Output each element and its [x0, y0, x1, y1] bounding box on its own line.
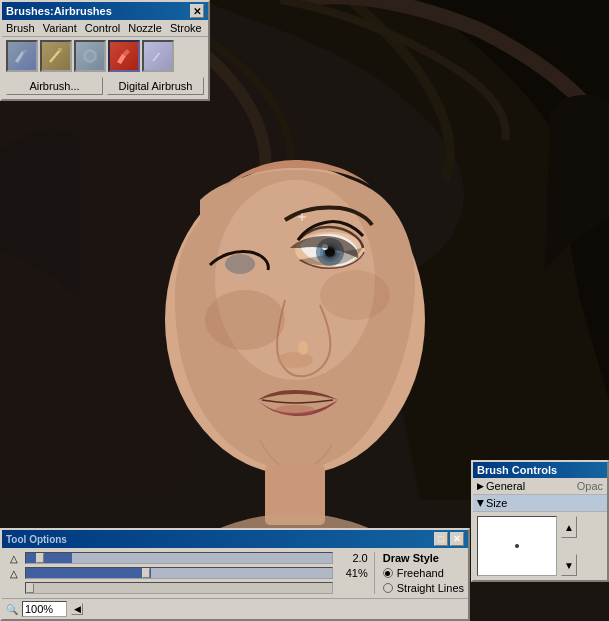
brush-panel-close[interactable]: ✕	[190, 4, 204, 18]
brush-panel-title: Brushes:Airbrushes	[6, 5, 112, 17]
opacity-value: 41%	[336, 567, 368, 579]
general-arrow: ▶	[477, 481, 484, 491]
brush-icon-4[interactable]	[108, 40, 140, 72]
svg-point-21	[86, 52, 94, 60]
general-right: Opac	[577, 480, 603, 492]
brush-icons-row	[2, 37, 208, 75]
brush-labels-row: Airbrush... Digital Airbrush	[2, 75, 208, 99]
zoom-scroll-button[interactable]: ◀	[71, 603, 83, 615]
sliders-section: △ 2.0 △ 41% △	[6, 552, 368, 594]
size-label: Size	[486, 497, 601, 509]
draw-style-section: Draw Style Freehand Straight Lines	[374, 552, 464, 594]
svg-line-18	[50, 50, 60, 62]
svg-point-23	[158, 49, 164, 53]
size-increase-btn[interactable]: ▲	[561, 516, 577, 538]
size-preview: ▲ ▼	[473, 512, 607, 580]
size-icon: △	[6, 553, 22, 564]
svg-rect-19	[58, 48, 62, 51]
opacity-slider-row: △ 41%	[6, 567, 368, 579]
brush-panel: Brushes:Airbrushes ✕ Brush Variant Contr…	[0, 0, 210, 101]
menu-nozzle[interactable]: Nozzle	[128, 22, 162, 34]
freehand-radio[interactable]	[383, 568, 393, 578]
opacity-icon: △	[6, 568, 22, 579]
brush-panel-titlebar[interactable]: Brushes:Airbrushes ✕	[2, 2, 208, 20]
tool-options-titlebar[interactable]: Tool Options □ ✕	[2, 530, 468, 548]
size-dot	[515, 544, 519, 548]
brush-controls-title: Brush Controls	[477, 464, 557, 476]
zoom-display[interactable]: 100%	[22, 601, 67, 617]
size-canvas	[477, 516, 557, 576]
tool-options-panel: Tool Options □ ✕ △ 2.0 △ 41%	[0, 528, 470, 621]
extra-slider-row: △	[6, 582, 368, 594]
svg-point-9	[225, 254, 255, 274]
straight-lines-radio[interactable]	[383, 583, 393, 593]
svg-point-17	[320, 270, 390, 320]
brush-controls-titlebar[interactable]: Brush Controls	[473, 462, 607, 478]
size-arrows: ▲ ▼	[561, 516, 577, 576]
menu-stroke[interactable]: Stroke	[170, 22, 202, 34]
svg-point-10	[277, 352, 313, 368]
brush-controls-panel: Brush Controls ▶ General Opac ▶ Size ▲ ▼	[471, 460, 609, 582]
tool-bottom-bar: 🔍 100% ◀	[2, 598, 468, 619]
brush-icon-2[interactable]	[40, 40, 72, 72]
extra-slider[interactable]	[25, 582, 333, 594]
straight-lines-label: Straight Lines	[397, 582, 464, 594]
zoom-icon: 🔍	[6, 604, 18, 615]
brush-icon-5[interactable]	[142, 40, 174, 72]
straight-lines-option[interactable]: Straight Lines	[383, 582, 464, 594]
size-value: 2.0	[336, 552, 368, 564]
extra-thumb[interactable]	[26, 583, 34, 593]
svg-point-11	[298, 341, 308, 355]
size-slider[interactable]	[25, 552, 333, 564]
opacity-slider[interactable]	[25, 567, 333, 579]
tool-options-title: Tool Options	[6, 534, 67, 545]
freehand-option[interactable]: Freehand	[383, 567, 464, 579]
collapse-button[interactable]: □	[434, 532, 448, 546]
general-label: General	[486, 480, 575, 492]
tool-options-controls: △ 2.0 △ 41% △	[2, 548, 468, 598]
menu-control[interactable]: Control	[85, 22, 120, 34]
menu-brush[interactable]: Brush	[6, 22, 35, 34]
size-decrease-btn[interactable]: ▼	[561, 554, 577, 576]
brush-panel-menu: Brush Variant Control Nozzle Stroke	[2, 20, 208, 37]
brush-label-airbrush[interactable]: Airbrush...	[6, 77, 103, 95]
close-button[interactable]: ✕	[450, 532, 464, 546]
titlebar-buttons: □ ✕	[434, 532, 464, 546]
size-row[interactable]: ▶ Size	[473, 495, 607, 512]
menu-variant[interactable]: Variant	[43, 22, 77, 34]
svg-point-16	[205, 290, 285, 350]
size-arrow: ▶	[476, 500, 486, 507]
opacity-thumb[interactable]	[142, 568, 150, 578]
size-slider-row: △ 2.0	[6, 552, 368, 564]
svg-point-12	[275, 405, 315, 415]
brush-icon-3[interactable]	[74, 40, 106, 72]
brush-label-digital[interactable]: Digital Airbrush	[107, 77, 204, 95]
general-row[interactable]: ▶ General Opac	[473, 478, 607, 495]
draw-style-label: Draw Style	[383, 552, 464, 564]
size-thumb[interactable]	[36, 553, 44, 563]
freehand-label: Freehand	[397, 567, 444, 579]
brush-icon-1[interactable]	[6, 40, 38, 72]
